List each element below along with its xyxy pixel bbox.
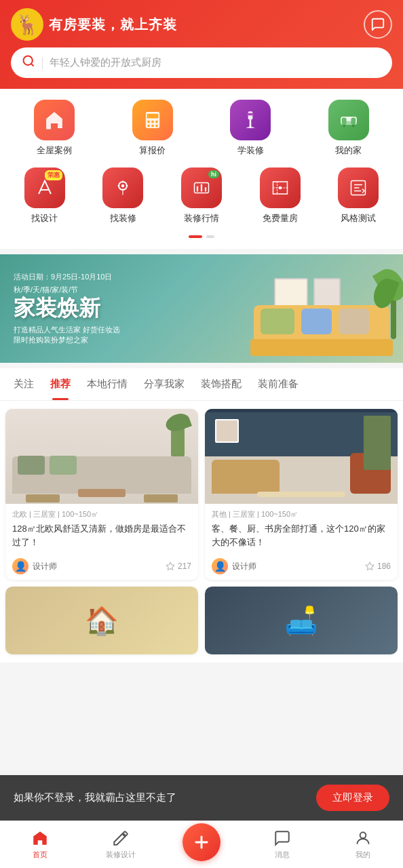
tab-follow[interactable]: 关注 (5, 368, 42, 400)
card1-author: 👤 设计师 (12, 558, 57, 574)
quick-nav-row2: 荣惠 找设计 找装修 (5, 167, 398, 224)
nav-item-find-design[interactable]: 荣惠 找设计 (5, 167, 84, 224)
message-icon (273, 829, 291, 847)
card1-info: 北欧 | 三居室 | 100~150㎡ 128㎡北欧风舒适又清新，做婚房是最适合… (5, 504, 198, 554)
pillow1 (261, 309, 294, 334)
tab-recommend[interactable]: 推荐 (42, 368, 79, 400)
dot-inactive (206, 235, 214, 238)
cls-frame (215, 419, 239, 443)
nav-design-label: 装修设计 (106, 850, 136, 860)
banner-image: 活动日期：9月25日-10月10日 秋/季/天/猫/家/装/节 家装焕新 打造精… (0, 254, 403, 363)
svg-marker-37 (366, 562, 374, 570)
login-button[interactable]: 立即登录 (316, 785, 389, 811)
cls-plant (364, 416, 391, 470)
nav-label-full-house: 全屋案例 (37, 144, 72, 157)
tab-decor-match[interactable]: 装饰搭配 (193, 368, 250, 400)
design-icon (112, 829, 130, 847)
card-2[interactable]: 其他 | 三居室 | 100~150㎡ 客、餐、厨、书房全部打通，这个120㎡的… (205, 409, 398, 580)
card-3[interactable]: 🏠 (5, 587, 198, 654)
card1-tag: 北欧 | 三居室 | 100~150㎡ (12, 509, 191, 519)
cs-leg2 (144, 494, 178, 502)
quick-nav-row1: 全屋案例 算报价 (5, 100, 398, 157)
nav-design[interactable]: 装修设计 (81, 829, 161, 860)
nav-label-learn: 学装修 (237, 144, 264, 157)
profile-icon (354, 829, 372, 847)
banner-illustration (240, 275, 403, 363)
cs-cushion2 (50, 456, 77, 475)
chat-button[interactable] (364, 10, 392, 39)
style-test-icon (338, 167, 379, 208)
card2-like[interactable]: 186 (365, 561, 391, 571)
nav-message[interactable]: 消息 (242, 829, 322, 860)
svg-point-21 (121, 184, 125, 188)
header: 🦌 有房要装，就上齐装 年轻人钟爱的开放式厨房 (0, 0, 403, 89)
nav-add[interactable] (161, 823, 242, 867)
card1-like[interactable]: 217 (166, 561, 191, 571)
nav-item-style-test[interactable]: 风格测试 (319, 167, 398, 224)
trend-icon: hi (181, 167, 222, 208)
svg-rect-17 (343, 125, 345, 127)
card2-author-name: 设计师 (232, 561, 256, 572)
header-slogan: 有房要装，就上齐装 (49, 16, 177, 34)
svg-marker-36 (166, 562, 174, 570)
cards-grid: 北欧 | 三居室 | 100~150㎡ 128㎡北欧风舒适又清新，做婚房是最适合… (5, 409, 398, 654)
nav-profile-label: 我的 (356, 850, 370, 860)
tab-prep[interactable]: 装前准备 (250, 368, 307, 400)
card2-tag: 其他 | 三居室 | 100~150㎡ (212, 509, 391, 519)
nav-home[interactable]: 首页 (0, 829, 81, 860)
nav-profile[interactable]: 我的 (322, 829, 403, 860)
nav-item-trend[interactable]: hi 装修行情 (162, 167, 241, 224)
nav-item-learn[interactable]: 学装修 (202, 100, 300, 157)
search-placeholder-text: 年轻人钟爱的开放式厨房 (50, 56, 161, 69)
measure-icon (260, 167, 301, 208)
nav-label-trend: 装修行情 (184, 212, 219, 224)
nav-item-calc[interactable]: 算报价 (104, 100, 202, 157)
svg-rect-15 (342, 118, 347, 125)
logo-icon: 🦌 (11, 8, 43, 41)
learn-icon (230, 100, 271, 140)
card4-placeholder: 🛋️ (205, 587, 398, 654)
cls-sofa (212, 460, 280, 494)
svg-rect-5 (151, 121, 153, 123)
svg-rect-4 (147, 121, 149, 123)
bottom-nav: 首页 装修设计 消息 我的 (0, 821, 403, 868)
svg-rect-11 (247, 113, 254, 115)
svg-line-1 (31, 64, 34, 66)
card2-footer: 👤 设计师 186 (205, 554, 398, 580)
card-4[interactable]: 🛋️ (205, 587, 398, 654)
svg-rect-7 (147, 125, 149, 127)
pillow2 (301, 309, 332, 334)
card2-title: 客、餐、厨、书房全部打通，这个120㎡的家大的不像话！ (212, 522, 391, 549)
header-top: 🦌 有房要装，就上齐装 (11, 8, 392, 41)
banner[interactable]: 活动日期：9月25日-10月10日 秋/季/天/猫/家/装/节 家装焕新 打造精… (0, 254, 403, 363)
gap1 (0, 249, 403, 254)
card4-image: 🛋️ (205, 587, 398, 654)
card3-placeholder: 🏠 (5, 587, 198, 654)
login-bar: 如果你不登录，我就霸占这里不走了 立即登录 (0, 775, 403, 821)
add-button[interactable] (183, 823, 220, 861)
nav-label-style-test: 风格测试 (341, 212, 376, 224)
nav-item-measure[interactable]: 免费量房 (241, 167, 320, 224)
card3-image: 🏠 (5, 587, 198, 654)
tab-local[interactable]: 本地行情 (79, 368, 136, 400)
nav-item-myhome[interactable]: 我的家 (300, 100, 398, 157)
cs-cushion1 (18, 456, 45, 475)
search-bar[interactable]: 年轻人钟爱的开放式厨房 (11, 47, 392, 78)
plus-icon (192, 833, 211, 852)
svg-rect-18 (352, 125, 354, 127)
content-tabs: 关注 推荐 本地行情 分享我家 装饰搭配 装前准备 (0, 368, 403, 401)
tab-share[interactable]: 分享我家 (136, 368, 193, 400)
svg-rect-8 (151, 125, 153, 127)
card1-author-name: 设计师 (33, 561, 57, 572)
svg-rect-9 (155, 125, 157, 127)
card-1[interactable]: 北欧 | 三居室 | 100~150㎡ 128㎡北欧风舒适又清新，做婚房是最适合… (5, 409, 198, 580)
nav-label-find-repair: 找装修 (110, 212, 136, 224)
card2-info: 其他 | 三居室 | 100~150㎡ 客、餐、厨、书房全部打通，这个120㎡的… (205, 504, 398, 554)
svg-point-40 (360, 832, 366, 838)
card1-avatar: 👤 (12, 558, 28, 574)
card2-image (205, 409, 398, 504)
nav-item-full-house[interactable]: 全屋案例 (5, 100, 104, 157)
svg-rect-6 (155, 121, 157, 123)
nav-item-find-repair[interactable]: 找装修 (84, 167, 163, 224)
svg-point-0 (24, 56, 33, 65)
